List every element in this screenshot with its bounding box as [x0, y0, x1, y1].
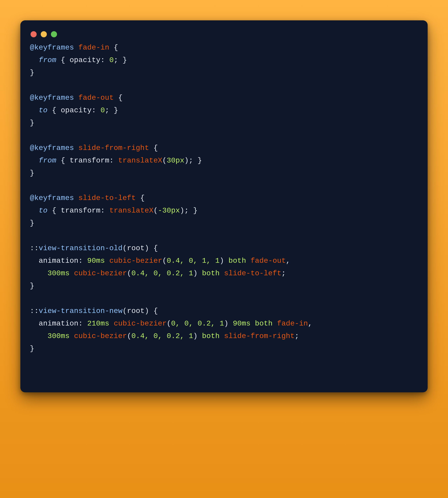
easing-args: 0.4, 0, 0.2, 1 — [131, 269, 193, 278]
css-value: 0 — [109, 56, 114, 64]
close-icon[interactable] — [31, 31, 37, 37]
keyframe-selector: to — [39, 206, 48, 215]
pseudo-arg: root — [127, 307, 144, 315]
css-value: 0 — [100, 106, 105, 114]
minimize-icon[interactable] — [41, 31, 47, 37]
animation-name: slide-to-left — [224, 269, 281, 278]
fill-mode: both — [255, 319, 272, 328]
delay-value: 90ms — [233, 319, 251, 328]
duration-value: 300ms — [48, 269, 70, 278]
animation-name: slide-from-right — [224, 332, 295, 340]
css-function-arg: 30px — [167, 156, 184, 165]
keyframe-selector: from — [39, 156, 56, 165]
easing-args: 0, 0, 0.2, 1 — [171, 319, 224, 328]
easing-args: 0.4, 0, 0.2, 1 — [131, 332, 193, 340]
css-function: translateX — [109, 206, 153, 215]
easing-function: cubic-bezier — [109, 257, 162, 265]
code-editor-window: @keyframes fade-in { from { opacity: 0; … — [20, 20, 428, 392]
window-titlebar — [30, 30, 418, 41]
fill-mode: both — [202, 332, 220, 340]
easing-function: cubic-bezier — [114, 319, 167, 328]
fill-mode: both — [228, 257, 246, 265]
easing-function: cubic-bezier — [74, 332, 127, 340]
duration-value: 300ms — [48, 332, 70, 340]
duration-value: 90ms — [87, 257, 105, 265]
keyframe-selector: to — [39, 106, 48, 114]
duration-value: 210ms — [87, 319, 109, 328]
css-property: transform — [61, 206, 100, 215]
animation-name: fade-in — [277, 319, 308, 328]
pseudo-element: view-transition-old — [39, 244, 123, 252]
keyframes-name: slide-from-right — [78, 144, 149, 152]
keyframes-name: slide-to-left — [78, 194, 136, 202]
pseudo-element: view-transition-new — [39, 307, 123, 315]
keyframes-name: fade-in — [78, 43, 109, 52]
code-block: @keyframes fade-in { from { opacity: 0; … — [30, 41, 418, 355]
keyframe-selector: from — [39, 56, 56, 64]
animation-name: fade-out — [251, 257, 286, 265]
css-function-arg: -30px — [158, 206, 180, 215]
zoom-icon[interactable] — [51, 31, 57, 37]
css-function: translateX — [118, 156, 162, 165]
fill-mode: both — [202, 269, 220, 278]
css-property: opacity — [70, 56, 100, 64]
css-property: transform — [70, 156, 109, 165]
pseudo-arg: root — [127, 244, 144, 252]
css-property: opacity — [61, 106, 92, 114]
easing-function: cubic-bezier — [74, 269, 127, 278]
keyframes-name: fade-out — [78, 94, 114, 102]
easing-args: 0.4, 0, 1, 1 — [167, 257, 220, 265]
